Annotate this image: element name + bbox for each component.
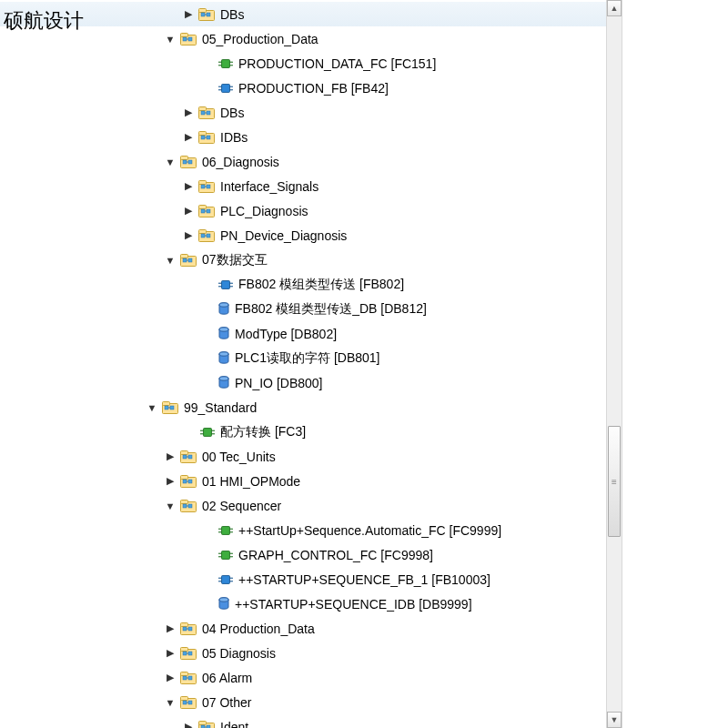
scroll-up-button[interactable]: ▲ [607,0,622,16]
tree-row[interactable]: ▶ PRODUCTION_DATA_FC [FC151] [0,51,619,76]
scroll-down-button[interactable]: ▼ [607,712,622,728]
tree-row[interactable]: ▶ PN_IO [DB800] [0,370,619,395]
vertical-scrollbar[interactable]: ▲ ▼ [606,0,622,728]
folder-icon [180,254,197,267]
svg-rect-113 [188,627,192,631]
expand-toggle[interactable]: ▶ [182,229,195,241]
tree-row[interactable]: ▼ 06_Diagnosis [0,149,619,174]
svg-rect-2 [201,13,205,16]
db-icon [218,377,229,389]
svg-rect-91 [188,504,192,508]
tree-item-label: Interface_Signals [220,179,318,194]
tree-row[interactable]: ▶ 05 Diagnosis [0,641,619,665]
svg-rect-71 [170,406,174,410]
scroll-track[interactable] [607,16,622,712]
tree-row[interactable]: ▼ 07数据交互 [0,248,619,272]
tree-item-label: ++STARTUP+SEQUENCE_IDB [DB9999] [235,597,472,612]
tree-item-label: PRODUCTION_DATA_FC [FC151] [238,56,436,71]
collapse-toggle[interactable]: ▼ [164,500,177,511]
collapse-toggle[interactable]: ▼ [146,402,158,413]
tree-row[interactable]: ▶ ++STARTUP+SEQUENCE_FB_1 [FB10003] [0,567,619,592]
collapse-toggle[interactable]: ▼ [164,34,177,45]
tree-row[interactable]: ▶ Ident [0,714,619,728]
svg-rect-38 [207,185,210,188]
svg-rect-81 [188,455,192,459]
scroll-thumb[interactable] [608,426,621,537]
folder-icon [180,156,197,168]
tree-item-label: FB802 模组类型传送_DB [DB812] [235,301,427,318]
tree-row[interactable]: ▶ DBs [0,2,619,26]
svg-rect-42 [201,209,205,213]
tree-row[interactable]: ▶ GRAPH_CONTROL_FC [FC9998] [0,542,619,567]
tree-item-label: DBs [220,7,244,22]
tree-row[interactable]: ▶ DBs [0,100,619,125]
db-icon [218,328,229,340]
tree-item-label: 99_Standard [184,400,257,415]
svg-rect-103 [222,575,230,583]
tree-item-label: 07数据交互 [202,252,268,268]
project-tree[interactable]: ▶ DBs▼ 05_Production_Data▶ PRODUCTION_DA… [0,0,619,728]
fc-block-icon [218,525,233,536]
expand-toggle[interactable]: ▶ [182,721,195,728]
tree-row[interactable]: ▶ PN_Device_Diagnosis [0,223,619,248]
tree-item-label: FB802 模组类型传送 [FB802] [238,277,404,293]
svg-rect-43 [207,209,210,213]
fc-block-icon [218,550,233,561]
svg-rect-47 [201,234,205,238]
tree-row[interactable]: ▶ FB802 模组类型传送_DB [DB812] [0,297,619,321]
tree-row[interactable]: ▼ 05_Production_Data [0,26,619,51]
fb-block-icon [218,83,233,94]
folder-icon [198,229,215,242]
tree-row[interactable]: ▶ PLC1读取的字符 [DB801] [0,346,619,370]
tree-row[interactable]: ▼ 99_Standard [0,395,619,420]
expand-toggle[interactable]: ▶ [182,131,195,143]
tree-row[interactable]: ▶ ModType [DB802] [0,321,619,346]
expand-toggle[interactable]: ▶ [182,8,195,20]
expand-toggle[interactable]: ▶ [182,205,195,217]
tree-row[interactable]: ▶ 06 Alarm [0,665,619,690]
tree-row[interactable]: ▶ IDBs [0,125,619,149]
tree-row[interactable]: ▶ ++StartUp+Sequence.Automatic_FC [FC999… [0,518,619,542]
tree-item-label: IDBs [220,130,248,145]
expand-toggle[interactable]: ▶ [182,106,195,118]
collapse-toggle[interactable]: ▼ [164,697,177,708]
svg-rect-118 [188,652,192,655]
svg-rect-126 [181,696,188,700]
expand-toggle[interactable]: ▶ [164,647,177,659]
tree-row[interactable]: ▶ Interface_Signals [0,174,619,198]
svg-rect-121 [181,672,188,675]
svg-rect-89 [181,500,188,503]
svg-rect-98 [222,551,230,559]
fc-block-icon [218,58,233,69]
tree-row[interactable]: ▶ 04 Production_Data [0,616,619,641]
svg-rect-7 [183,37,187,41]
svg-rect-123 [188,676,192,680]
tree-row[interactable]: ▶ PLC_Diagnosis [0,198,619,223]
svg-point-109 [219,598,228,602]
tree-item-label: 02 Sequencer [202,499,281,513]
expand-toggle[interactable]: ▶ [164,622,177,634]
tree-row[interactable]: ▶ 00 Tec_Units [0,444,619,469]
svg-rect-21 [199,106,207,110]
expand-toggle[interactable]: ▶ [182,180,195,192]
tree-panel: ▶ DBs▼ 05_Production_Data▶ PRODUCTION_DA… [0,0,619,728]
tree-row[interactable]: ▼ 07 Other [0,690,619,714]
svg-rect-52 [183,258,187,262]
collapse-toggle[interactable]: ▼ [164,157,177,167]
expand-toggle[interactable]: ▶ [164,672,177,683]
svg-rect-10 [222,59,230,67]
tree-row[interactable]: ▶ FB802 模组类型传送 [FB802] [0,272,619,297]
svg-rect-48 [207,234,210,238]
svg-rect-86 [188,480,192,483]
svg-rect-32 [183,160,187,164]
svg-rect-33 [188,160,192,164]
expand-toggle[interactable]: ▶ [164,450,177,462]
tree-row[interactable]: ▶ PRODUCTION_FB [FB42] [0,76,619,100]
tree-row[interactable]: ▼ 02 Sequencer [0,493,619,518]
tree-row[interactable]: ▶ 01 HMI_OPMode [0,469,619,493]
fb-block-icon [218,574,233,585]
collapse-toggle[interactable]: ▼ [164,255,177,266]
expand-toggle[interactable]: ▶ [164,475,177,487]
tree-row[interactable]: ▶ ++STARTUP+SEQUENCE_IDB [DB9999] [0,592,619,616]
tree-row[interactable]: ▶ 配方转换 [FC3] [0,420,619,444]
